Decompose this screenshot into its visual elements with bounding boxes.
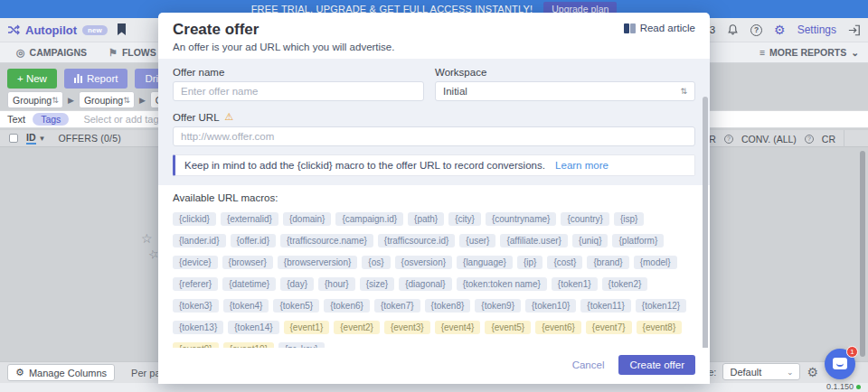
vertical-scrollbar[interactable]	[860, 151, 865, 357]
template-select[interactable]: Default ⌄	[722, 363, 800, 380]
macro-chip[interactable]: {event10}	[223, 342, 274, 348]
macro-chip[interactable]: {diagonal}	[399, 277, 452, 291]
logout-icon[interactable]	[848, 24, 861, 36]
macro-chip[interactable]: {lander.id}	[173, 234, 226, 247]
macro-chip[interactable]: {externalid}	[221, 212, 278, 226]
macro-chip[interactable]: {trafficsource.name}	[280, 234, 373, 247]
macro-chip[interactable]: {osversion}	[395, 256, 452, 269]
macro-chip[interactable]: {event4}	[435, 321, 481, 334]
read-article-link[interactable]: Read article	[624, 23, 695, 33]
macro-chip[interactable]: {token11}	[580, 299, 631, 313]
macro-chip[interactable]: {campaign.id}	[335, 212, 403, 226]
column-conv[interactable]: CONV. (ALL)	[741, 134, 797, 145]
macro-chip[interactable]: {countryname}	[486, 212, 557, 226]
tag-filter-input[interactable]: Select or add tag	[83, 114, 158, 125]
workspace-select[interactable]: Initial ⇅	[435, 81, 695, 101]
macro-chip[interactable]: {token13}	[173, 321, 223, 334]
macro-chip[interactable]: {size}	[360, 277, 394, 291]
macro-chip[interactable]: {event9}	[173, 342, 219, 348]
filter-text-toggle[interactable]: Text	[7, 114, 25, 125]
macro-chip[interactable]: {token5}	[273, 299, 319, 313]
macro-chip[interactable]: {event7}	[586, 321, 632, 334]
macro-chip[interactable]: {cost}	[547, 256, 582, 269]
macro-chip[interactable]: {browser}	[222, 256, 273, 269]
macro-chip[interactable]: {token4}	[223, 299, 269, 313]
macro-chip[interactable]: {pr_key}	[278, 342, 325, 348]
macro-chip[interactable]: {token3}	[173, 299, 219, 313]
macro-chip[interactable]: {event8}	[637, 321, 683, 334]
macro-chip[interactable]: {token6}	[324, 299, 370, 313]
chat-widget-button[interactable]: 1	[825, 349, 855, 379]
offer-name-input[interactable]	[173, 81, 424, 101]
book-icon	[624, 23, 636, 33]
macro-chip[interactable]: {country}	[561, 212, 609, 226]
macro-chip[interactable]: {event3}	[384, 321, 430, 334]
macro-chip[interactable]: {hour}	[318, 277, 355, 291]
macro-chip[interactable]: {token7}	[374, 299, 420, 313]
macro-chip[interactable]: {device}	[173, 256, 218, 269]
column-cr[interactable]: CR	[822, 134, 835, 145]
macro-chip[interactable]: {token14}	[228, 321, 278, 334]
macro-chip[interactable]: {model}	[634, 256, 677, 269]
macro-chip[interactable]: {event5}	[485, 321, 531, 334]
macro-chip[interactable]: {token2}	[602, 277, 648, 291]
macro-chip[interactable]: {event1}	[284, 321, 330, 334]
manage-columns-button[interactable]: ⚙ Manage Columns	[7, 364, 115, 381]
create-offer-modal: Create offer An offer is your ad URL whi…	[158, 13, 710, 384]
settings-link[interactable]: Settings	[797, 23, 836, 36]
offer-url-input[interactable]	[173, 126, 695, 146]
report-button[interactable]: Report	[64, 69, 128, 89]
macro-chip[interactable]: {token10}	[525, 299, 576, 313]
more-reports-menu[interactable]: ≡ MORE REPORTS ⌄	[760, 42, 859, 62]
macro-chip[interactable]: {platform}	[612, 234, 664, 247]
version-label: 0.1.150	[826, 382, 861, 391]
bookmark-icon[interactable]	[117, 23, 127, 36]
help-icon[interactable]: ?	[750, 24, 762, 36]
tab-campaigns[interactable]: ◎ CAMPAIGNS	[9, 42, 94, 62]
macro-chip[interactable]: {event6}	[535, 321, 581, 334]
tab-flows[interactable]: ⚑ FLOWS	[101, 42, 164, 62]
macro-chip[interactable]: {browserversion}	[278, 256, 357, 269]
macro-chip[interactable]: {uniq}	[572, 234, 609, 247]
macro-chip[interactable]: {domain}	[283, 212, 331, 226]
macro-chip[interactable]: {affiliate.user}	[500, 234, 567, 247]
macro-chip[interactable]: {token12}	[636, 299, 686, 313]
macro-chip[interactable]: {os}	[362, 256, 390, 269]
macro-chip[interactable]: {referer}	[173, 277, 218, 291]
select-all-checkbox[interactable]	[9, 134, 18, 143]
question-icon[interactable]: ?	[805, 135, 814, 144]
macro-chip[interactable]: {clickid}	[173, 212, 216, 226]
filter-tags-toggle[interactable]: Tags	[33, 113, 69, 126]
macro-chip[interactable]: {trafficsource.id}	[378, 234, 456, 247]
question-icon[interactable]: ?	[724, 135, 733, 144]
cancel-button[interactable]: Cancel	[572, 359, 605, 370]
macro-chip[interactable]: {day}	[280, 277, 314, 291]
workspace-value: Initial	[443, 86, 467, 97]
macro-chip[interactable]: {brand}	[587, 256, 628, 269]
macro-chip[interactable]: {token9}	[475, 299, 521, 313]
macro-chip[interactable]: {user}	[459, 234, 495, 247]
grouping-select-2[interactable]: Grouping ⇅	[79, 91, 135, 108]
grouping-select-1[interactable]: Grouping ⇅	[7, 91, 63, 108]
macro-chip[interactable]: {offer.id}	[231, 234, 277, 247]
brand[interactable]: Autopilot new	[7, 23, 108, 37]
bell-icon[interactable]	[727, 23, 739, 36]
macro-chip[interactable]: {token:token name}	[457, 277, 547, 291]
new-button[interactable]: + New	[7, 69, 57, 89]
macro-chip[interactable]: {datetime}	[222, 277, 276, 291]
macro-chip[interactable]: {language}	[457, 256, 513, 269]
macro-chip[interactable]: {path}	[408, 212, 444, 226]
gear-icon[interactable]: ⚙	[807, 365, 818, 379]
macro-chip[interactable]: {city}	[448, 212, 481, 226]
column-offers[interactable]: OFFERS (0/5)	[58, 133, 121, 144]
modal-scrollbar[interactable]	[703, 97, 708, 348]
learn-more-link[interactable]: Learn more	[555, 160, 609, 171]
macro-chip[interactable]: {isp}	[614, 212, 644, 226]
macro-chip[interactable]: {token8}	[425, 299, 471, 313]
macro-chip[interactable]: {ip}	[517, 256, 542, 269]
gear-icon[interactable]: ⚙	[774, 23, 786, 36]
create-offer-button[interactable]: Create offer	[618, 355, 695, 375]
macro-chip[interactable]: {event2}	[334, 321, 380, 334]
column-id[interactable]: ID	[26, 132, 36, 145]
macro-chip[interactable]: {token1}	[552, 277, 598, 291]
